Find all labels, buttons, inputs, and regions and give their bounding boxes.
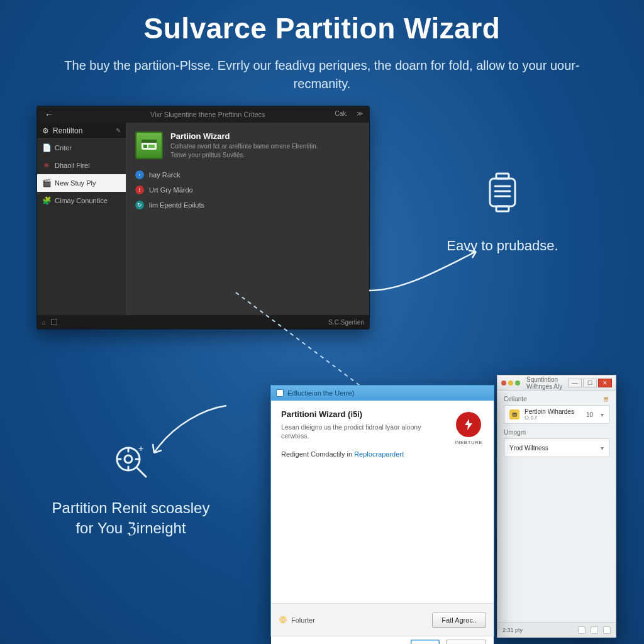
sidebar-item-label: Dhaoil Firel <box>55 162 90 169</box>
dialog-heading: Partitioni Wizard (i5i) <box>281 409 484 419</box>
dialog-link[interactable]: Replocrapardert <box>354 450 404 458</box>
svg-rect-2 <box>143 145 147 148</box>
sidepanel-titlebar: Squntintion Wilhnges Aly — ☐ ✕ <box>497 375 616 391</box>
page-title: Sulvarce Partition Wizard <box>0 11 644 45</box>
svg-text:+: + <box>138 443 143 453</box>
maximize-button[interactable]: ☐ <box>583 379 597 387</box>
svg-rect-1 <box>142 140 157 143</box>
svg-rect-4 <box>490 179 515 206</box>
dark-window-top-actions: Cak. ≫ <box>335 110 363 117</box>
dark-window-title: Vixr Slugentine thene Preftinn Critecs <box>150 111 265 118</box>
dialog-link-line: Redigent Comdactily in Replocrapardert <box>281 450 484 458</box>
partition-hero-icon <box>135 131 163 159</box>
page-subtitle: The buy the partiion-Plsse. Evrrly our f… <box>0 57 644 93</box>
section1-label: Celiante ⛨ <box>504 396 609 402</box>
more-icon[interactable]: ≫ <box>357 110 363 117</box>
row1-sub: O.ö.r <box>525 415 581 421</box>
burst-icon: ✳ <box>42 161 51 170</box>
panel-row-1[interactable]: ⛃ Pertloin Wihardes O.ö.r 10 ▾ <box>504 405 609 424</box>
ok-button[interactable]: OK <box>411 640 440 645</box>
brand-label: INEBTURE <box>455 440 482 445</box>
feature-easy: Eavy to prubadse. <box>427 170 578 254</box>
status-icon-2[interactable] <box>591 626 598 634</box>
dark-window-titlebar: ← Vixr Slugentine thene Preftinn Critecs <box>37 106 369 123</box>
app-window-dark: ← Vixr Slugentine thene Preftinn Critecs… <box>36 106 370 330</box>
sidebar-item-1[interactable]: ✳ Dhaoil Firel <box>37 157 126 174</box>
svg-rect-6 <box>496 206 509 211</box>
bullet-icon: ↻ <box>135 201 144 209</box>
row1-count: 10 <box>586 411 593 418</box>
sidebar-header: ⚙Rentilton ✎ <box>37 123 126 139</box>
home-icon[interactable]: ⌂ <box>42 319 46 326</box>
dialog-brand-logo: INEBTURE <box>455 412 482 445</box>
row1-title: Pertloin Wihardes <box>525 408 581 415</box>
svg-point-13 <box>125 455 132 463</box>
dark-hero-desc: Colhatee nvort fct ar areftinte bame ome… <box>170 142 318 159</box>
status-right-text: S.C.Sgertien <box>328 319 364 326</box>
tool-label: hay Rarck <box>149 171 180 179</box>
clapper-icon: 🎬 <box>42 179 51 187</box>
dialog-titlebar-text: Edluctieion the Uerre) <box>287 389 354 397</box>
dark-main: Partiion Wizard Colhatee nvort fct ar ar… <box>126 123 369 315</box>
feature-left-text: Partition Renit scoasley for You ℨirneig… <box>36 498 225 539</box>
dialog-subtext: Lesan dieigno us the prodict fidroal lya… <box>281 423 426 440</box>
sidebar-item-2[interactable]: 🎬 New Stuy Ply <box>37 174 126 192</box>
row2-title: Yrod Wiltness <box>509 445 596 452</box>
sidepanel-title: Squntintion Wilhnges Aly <box>526 376 564 390</box>
dialog-titlebar: Edluctieion the Uerre) <box>271 386 494 401</box>
tool-item-0[interactable]: › hay Rarck <box>135 170 360 179</box>
feature-partition-rent: + Partition Renit scoasley for You ℨirne… <box>36 440 225 539</box>
tool-item-1[interactable]: ! Urt Gry Märdo <box>135 186 360 194</box>
device-icon <box>480 170 525 215</box>
category-label[interactable]: Cak. <box>335 110 348 117</box>
doc-icon: 📄 <box>42 143 51 152</box>
puzzle-icon: 🧩 <box>42 196 51 205</box>
edit-icon[interactable]: ✎ <box>116 127 121 134</box>
chevron-down-icon: ▾ <box>601 445 604 452</box>
feature-easy-text: Eavy to prubadse. <box>427 238 578 254</box>
bolt-icon <box>456 412 481 437</box>
shield-icon: ⛨ <box>603 396 609 402</box>
status-time: 2:31 pty <box>502 627 523 633</box>
dark-sidebar: ⚙Rentilton ✎ 📄 Cnter ✳ Dhaoil Firel 🎬 Ne… <box>37 123 126 315</box>
dialog-window: Edluctieion the Uerre) Partitioni Wizard… <box>270 385 494 636</box>
dark-statusbar: ⌂ S.C.Sgertien <box>37 315 369 329</box>
sidebar-header-label: Rentilton <box>53 126 82 135</box>
back-icon[interactable]: ← <box>42 109 56 120</box>
dark-hero-title: Partiion Wizard <box>170 131 318 141</box>
minimize-button[interactable]: — <box>568 379 582 387</box>
dialog-body: Partitioni Wizard (i5i) Lesan dieigno us… <box>271 401 494 603</box>
status-icon-1[interactable] <box>578 626 586 634</box>
bullet-icon: › <box>135 170 144 179</box>
folder-icon: ⛃ <box>509 409 519 419</box>
side-panel-window: Squntintion Wilhnges Aly — ☐ ✕ Celiante … <box>497 375 616 638</box>
cancel-button[interactable]: Cancel <box>446 640 486 645</box>
svg-line-12 <box>136 467 146 477</box>
dialog-button-row: OK Cancel <box>271 636 494 644</box>
status-icon-3[interactable] <box>603 626 611 634</box>
panel-row-2[interactable]: Yrod Wiltness ▾ <box>504 438 609 457</box>
chevron-down-icon: ▾ <box>601 411 604 418</box>
svg-rect-5 <box>496 174 509 179</box>
dark-tool-list: › hay Rarck ! Urt Gry Märdo ↻ lim Epentd… <box>135 170 360 209</box>
bullet-icon: ! <box>135 186 144 194</box>
app-icon <box>276 389 284 397</box>
status-box-icon[interactable] <box>51 319 57 325</box>
close-button[interactable]: ✕ <box>598 379 612 387</box>
disc-icon: 📀 <box>279 616 287 624</box>
sidebar-item-label: Cnter <box>55 144 72 152</box>
tool-label: Urt Gry Märdo <box>149 186 193 194</box>
sidebar-item-0[interactable]: 📄 Cnter <box>37 139 126 157</box>
magnify-gear-icon: + <box>109 440 152 483</box>
sidepanel-statusbar: 2:31 pty <box>497 622 616 637</box>
dialog-footer: 📀 Folurter Fatl Agroc.. <box>271 603 494 636</box>
tool-label: lim Epentd Eoiluts <box>149 201 204 209</box>
tool-item-2[interactable]: ↻ lim Epentd Eoiluts <box>135 201 360 209</box>
footer-left-label: Folurter <box>291 616 315 624</box>
sidebar-item-3[interactable]: 🧩 Cimay Conuntice <box>37 192 126 209</box>
section2-label: Umogm <box>504 429 609 436</box>
traffic-lights-icon <box>501 380 520 386</box>
sidebar-item-label: Cimay Conuntice <box>55 197 108 204</box>
alt-action-button[interactable]: Fatl Agroc.. <box>432 613 486 628</box>
arrow-to-feature-icon <box>366 247 486 297</box>
